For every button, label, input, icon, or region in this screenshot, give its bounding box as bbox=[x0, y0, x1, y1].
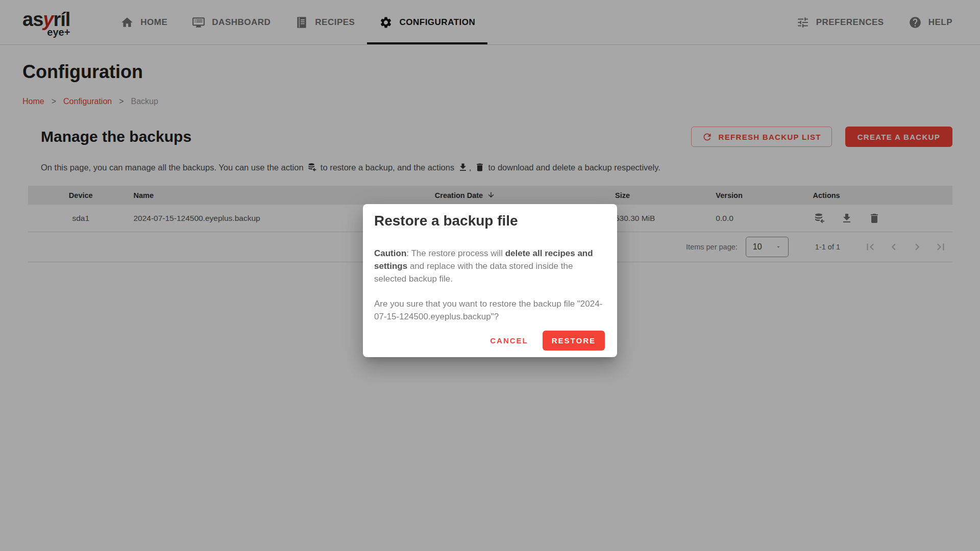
restore-backup-dialog: Restore a backup file Caution: The resto… bbox=[363, 204, 617, 357]
dialog-actions: CANCEL RESTORE bbox=[374, 331, 605, 350]
restore-button[interactable]: RESTORE bbox=[543, 331, 605, 350]
dialog-caution-paragraph: Caution: The restore process will delete… bbox=[374, 247, 605, 285]
dialog-body: Caution: The restore process will delete… bbox=[374, 247, 605, 323]
dialog-title: Restore a backup file bbox=[374, 213, 605, 229]
dialog-confirm-paragraph: Are you sure that you want to restore th… bbox=[374, 297, 605, 323]
cancel-button[interactable]: CANCEL bbox=[490, 336, 528, 345]
